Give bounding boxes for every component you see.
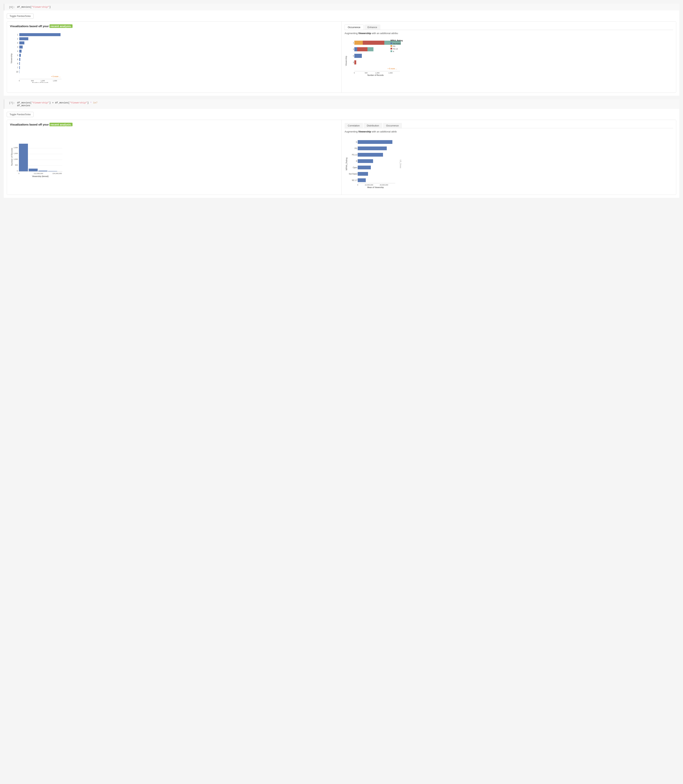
cell-7-code: df_movies["Viewership"] = df_movies["Vie… xyxy=(17,101,676,107)
svg-text:PG-13: PG-13 xyxy=(352,154,358,156)
svg-text:3: 3 xyxy=(17,46,18,48)
svg-text:PG-13: PG-13 xyxy=(393,48,398,50)
svg-rect-51 xyxy=(391,45,392,47)
toggle-btn-7[interactable]: Toggle Pandas/Solas xyxy=(7,112,34,117)
svg-text:Number of Records: Number of Records xyxy=(11,148,13,166)
chart-histogram: Number of Records 0 500 1,000 1,500 2,00… xyxy=(10,129,338,186)
svg-text:2: 2 xyxy=(353,48,354,50)
svg-text:+ 6 more ...: + 6 more ... xyxy=(51,75,61,78)
svg-rect-81 xyxy=(358,147,387,150)
svg-text:Viewership: Viewership xyxy=(345,56,347,66)
svg-text:US_Gross: US_Gross xyxy=(399,160,402,168)
svg-rect-91 xyxy=(358,178,366,182)
tabs-6: Occurrence Enhance xyxy=(345,24,673,30)
svg-text:7: 7 xyxy=(17,67,18,69)
cell-7: [7]: df_movies["Viewership"] = df_movies… xyxy=(4,99,679,198)
svg-text:0: 0 xyxy=(353,55,354,57)
svg-text:Viewership: Viewership xyxy=(10,53,13,64)
tabs-7: Correlation Distribution Occurrence xyxy=(345,123,673,128)
svg-text:PG: PG xyxy=(393,45,395,47)
svg-text:0: 0 xyxy=(17,170,18,172)
viz-container-7: Visualizations based off your recent ana… xyxy=(7,120,676,195)
viz-right-6: Occurrence Enhance Augmenting Viewership… xyxy=(342,22,676,93)
chart-svg-2: Viewership 1 2 0 xyxy=(345,37,406,89)
viz-highlight-6: recent analysis. xyxy=(50,24,72,28)
svg-text:PG: PG xyxy=(355,147,358,149)
svg-rect-35 xyxy=(357,47,367,51)
svg-rect-38 xyxy=(354,54,362,58)
tab-distribution-7[interactable]: Distribution xyxy=(364,123,382,128)
svg-rect-70 xyxy=(38,171,47,171)
svg-text:Not Rated: Not Rated xyxy=(349,173,358,175)
viz-highlight-7: recent analysis. xyxy=(50,123,72,126)
svg-text:1,000: 1,000 xyxy=(41,80,45,82)
svg-rect-1 xyxy=(19,33,61,36)
svg-text:2,000: 2,000 xyxy=(13,147,18,149)
svg-text:R: R xyxy=(393,51,394,53)
svg-text:Mean of Viewership: Mean of Viewership xyxy=(367,186,384,189)
tab-correlation-7[interactable]: Correlation xyxy=(345,123,363,128)
svg-rect-68 xyxy=(19,144,28,171)
svg-text:500: 500 xyxy=(15,164,18,166)
svg-text:Open: Open xyxy=(353,166,358,169)
svg-text:0: 0 xyxy=(354,72,355,74)
svg-text:R: R xyxy=(356,160,358,162)
svg-text:1,500: 1,500 xyxy=(388,72,393,74)
viz-title-6: Visualizations based off your recent ana… xyxy=(10,24,338,28)
svg-text:5: 5 xyxy=(17,54,18,56)
cell-7-input: [7]: df_movies["Viewership"] = df_movies… xyxy=(4,99,679,109)
svg-rect-36 xyxy=(367,47,374,51)
viz-container-6: Visualizations based off your recent ana… xyxy=(7,21,676,93)
svg-text:10,000,000: 10,000,000 xyxy=(365,184,373,186)
svg-text:G: G xyxy=(356,141,358,143)
svg-text:1,000: 1,000 xyxy=(13,158,18,160)
svg-rect-5 xyxy=(19,42,24,45)
cell-6-input: [6]: df_movies["Viewership"] xyxy=(4,4,679,11)
svg-text:4: 4 xyxy=(17,50,18,52)
tab-enhance-6[interactable]: Enhance xyxy=(364,24,380,30)
svg-text:500: 500 xyxy=(365,72,367,74)
svg-rect-30 xyxy=(354,41,363,45)
code-string-1: "Viewership" xyxy=(32,6,49,8)
svg-rect-17 xyxy=(19,66,20,69)
augment-title-6: Augmenting Viewership with an additional… xyxy=(345,32,673,35)
svg-rect-31 xyxy=(363,41,384,45)
chart-viewership-bars: Viewership 1 2 0 3 xyxy=(10,30,338,83)
chart-mpaa-stacked: Viewership 1 2 0 xyxy=(345,37,673,90)
svg-text:6: 6 xyxy=(17,58,18,61)
svg-text:Number of Records: Number of Records xyxy=(32,82,48,83)
cell-7-line-2: df_movies xyxy=(17,104,676,107)
chart-svg-1: Viewership 1 2 0 3 xyxy=(10,30,70,83)
tab-occurrence-7[interactable]: Occurrence xyxy=(383,123,402,128)
svg-rect-7 xyxy=(19,45,22,48)
svg-text:224,000,000: 224,000,000 xyxy=(53,173,62,174)
svg-text:1,000: 1,000 xyxy=(375,72,380,74)
svg-text:NC-17: NC-17 xyxy=(352,179,358,181)
svg-text:Number of Records: Number of Records xyxy=(367,74,384,76)
svg-text:10: 10 xyxy=(16,71,18,73)
viz-left-6: Visualizations based off your recent ana… xyxy=(7,22,342,93)
cell-7-number: [7]: xyxy=(7,101,15,104)
svg-text:112,000,000: 112,000,000 xyxy=(34,173,43,174)
svg-rect-53 xyxy=(391,48,392,50)
svg-rect-11 xyxy=(19,54,21,57)
chart-svg-3: Number of Records 0 500 1,000 1,500 2,00… xyxy=(10,129,70,185)
svg-rect-40 xyxy=(354,60,356,64)
svg-text:3: 3 xyxy=(353,61,354,64)
svg-text:MPAA_Rating: MPAA_Rating xyxy=(345,158,348,170)
svg-text:1: 1 xyxy=(17,34,18,36)
svg-text:0: 0 xyxy=(19,80,20,82)
viz-title-7: Visualizations based off your recent ana… xyxy=(10,123,338,126)
svg-text:0: 0 xyxy=(357,184,358,186)
chart-mean-viewership: MPAA_Rating G PG PG-13 R xyxy=(345,135,673,192)
svg-rect-79 xyxy=(358,140,392,144)
tab-occurrence-6[interactable]: Occurrence xyxy=(345,24,364,30)
cell-7-output: Toggle Pandas/Solas Visualizations based… xyxy=(4,109,679,198)
cell-6-number: [6]: xyxy=(7,6,15,9)
svg-rect-49 xyxy=(391,43,392,44)
toggle-btn-6[interactable]: Toggle Pandas/Solas xyxy=(7,13,34,19)
svg-rect-55 xyxy=(391,50,392,52)
cell-6-output: Toggle Pandas/Solas Visualizations based… xyxy=(4,11,679,96)
code-plain-1: df_movies xyxy=(17,6,30,8)
svg-rect-3 xyxy=(19,37,28,40)
